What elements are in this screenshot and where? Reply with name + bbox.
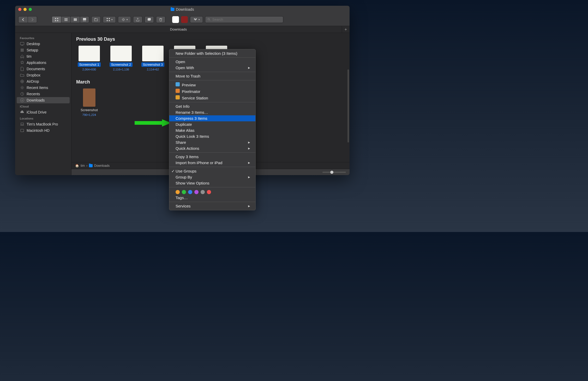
sidebar-item-applications[interactable]: Applications (15, 59, 71, 66)
sidebar-item-desktop[interactable]: Desktop (15, 41, 71, 47)
sidebar-item-airdrop[interactable]: AirDrop (15, 78, 71, 85)
trash-button[interactable] (156, 16, 165, 23)
sidebar-item-tim-s-macbook-pro[interactable]: Tim's MacBook Pro (15, 121, 71, 127)
dropbox-button[interactable]: ▾ (190, 16, 203, 23)
close-window-button[interactable] (18, 8, 21, 11)
menu-item-preview[interactable]: Preview (169, 81, 255, 88)
menu-item-use-groups[interactable]: Use Groups (169, 168, 255, 174)
svg-rect-10 (83, 18, 86, 20)
icon-view-button[interactable] (52, 16, 61, 23)
file-item[interactable]: Screenshot790×1,224 (76, 88, 102, 116)
column-view-button[interactable] (70, 16, 80, 23)
menu-item-services[interactable]: Services (169, 203, 255, 209)
svg-rect-20 (20, 42, 24, 45)
zoom-window-button[interactable] (29, 8, 32, 11)
icon-size-slider[interactable] (322, 172, 346, 173)
menu-item-import-from-iphone-or-ipad[interactable]: Import from iPhone or iPad (169, 160, 255, 166)
path-user[interactable]: tim (81, 164, 85, 168)
tag-color[interactable] (207, 190, 211, 194)
path-button[interactable] (91, 16, 101, 23)
file-item[interactable]: Screenshot 32,114×62 (140, 46, 166, 71)
tag-color[interactable] (182, 190, 186, 194)
menu-item-open-with[interactable]: Open With (169, 65, 255, 71)
sidebar-item-macintosh-hd[interactable]: Macintosh HD (15, 127, 71, 134)
menu-item-group-by[interactable]: Group By (169, 174, 255, 180)
menu-item-pixelmator[interactable]: Pixelmator (169, 88, 255, 94)
tag-color[interactable] (194, 190, 199, 194)
sidebar-item-icloud-drive[interactable]: iCloud Drive (15, 109, 71, 115)
tab-downloads[interactable]: Downloads (15, 26, 342, 32)
tag-color[interactable] (176, 190, 180, 194)
sidebar-item-downloads[interactable]: Downloads (17, 97, 70, 103)
airdrop-icon (20, 80, 25, 83)
titlebar: Downloads (15, 6, 350, 13)
menu-item-get-info[interactable]: Get Info (169, 103, 255, 109)
action-button[interactable]: ▾ (118, 16, 131, 23)
menu-item-share[interactable]: Share (169, 139, 255, 145)
svg-rect-17 (109, 20, 110, 21)
tags-button[interactable] (145, 16, 154, 23)
svg-rect-4 (64, 18, 68, 19)
sidebar-item-documents[interactable]: Documents (15, 66, 71, 72)
sidebar-item-label: Desktop (27, 42, 40, 46)
sidebar-item-label: Dropbox (27, 73, 40, 77)
file-item[interactable]: Screenshot 22,116×1,138 (108, 46, 134, 71)
svg-point-22 (21, 49, 22, 50)
sidebar-item-label: Applications (27, 61, 46, 65)
list-view-button[interactable] (61, 16, 70, 23)
app-icon-1[interactable] (172, 16, 179, 23)
menu-item-show-view-options[interactable]: Show View Options (169, 180, 255, 186)
laptop-icon (20, 122, 25, 126)
file-thumbnail (83, 88, 95, 107)
file-dimensions: 790×1,224 (82, 113, 96, 116)
menu-item-make-alias[interactable]: Make Alias (169, 127, 255, 133)
search-input[interactable] (212, 17, 281, 21)
sidebar-item-recent-items[interactable]: Recent Items (15, 85, 71, 91)
svg-rect-11 (83, 21, 84, 21)
sidebar-section-header: Locations (15, 115, 71, 121)
menu-item-duplicate[interactable]: Duplicate (169, 121, 255, 127)
svg-point-18 (123, 19, 124, 20)
sidebar-section-header: Favourites (15, 35, 71, 41)
forward-button[interactable] (28, 16, 37, 23)
back-button[interactable] (18, 16, 28, 23)
sidebar: FavouritesDesktopSetapptimApplicationsDo… (15, 33, 71, 175)
app-icon (176, 89, 180, 93)
menu-item-service-station[interactable]: Service Station (169, 94, 255, 101)
search-icon (207, 18, 211, 21)
menu-item-quick-actions[interactable]: Quick Actions (169, 145, 255, 151)
svg-point-28 (21, 51, 22, 52)
menu-item-rename-3-items[interactable]: Rename 3 Items… (169, 109, 255, 115)
path-folder[interactable]: Downloads (94, 164, 110, 168)
file-item[interactable]: Screenshot 12,064×830 (76, 46, 102, 71)
menu-item-move-to-trash[interactable]: Move to Trash (169, 73, 255, 79)
sidebar-item-label: Recents (27, 92, 40, 96)
svg-rect-15 (109, 18, 110, 19)
menu-item-compress-3-items[interactable]: Compress 3 Items (169, 115, 255, 121)
file-name-label: Screenshot 3 (141, 62, 165, 67)
tag-color[interactable] (201, 190, 205, 194)
new-tab-button[interactable]: + (342, 26, 350, 33)
tag-color[interactable] (188, 190, 192, 194)
sidebar-item-tim[interactable]: tim (15, 53, 71, 59)
menu-item-tags[interactable]: Tags… (169, 195, 255, 201)
menu-item-new-folder-with-selection-3-items[interactable]: New Folder with Selection (3 Items) (169, 50, 255, 56)
menu-item-open[interactable]: Open (169, 59, 255, 65)
gallery-view-button[interactable] (80, 16, 89, 23)
sidebar-item-dropbox[interactable]: Dropbox (15, 72, 71, 78)
sidebar-item-recents[interactable]: Recents (15, 91, 71, 97)
share-button[interactable] (133, 16, 142, 23)
svg-rect-0 (55, 18, 56, 19)
arrange-button[interactable]: ▾ (103, 16, 116, 23)
menu-item-quick-look-3-items[interactable]: Quick Look 3 Items (169, 133, 255, 139)
minimize-window-button[interactable] (23, 8, 27, 11)
sidebar-item-label: Recent Items (27, 86, 48, 90)
scrollbar[interactable] (347, 69, 349, 142)
sidebar-item-label: Documents (27, 67, 45, 71)
svg-rect-14 (107, 18, 108, 19)
menu-item-copy-3-items[interactable]: Copy 3 Items (169, 154, 255, 160)
app-icon-dictionary[interactable] (181, 16, 188, 23)
sidebar-item-setapp[interactable]: Setapp (15, 47, 71, 53)
search-field[interactable] (205, 16, 283, 23)
file-name-label: Screenshot (79, 108, 99, 112)
